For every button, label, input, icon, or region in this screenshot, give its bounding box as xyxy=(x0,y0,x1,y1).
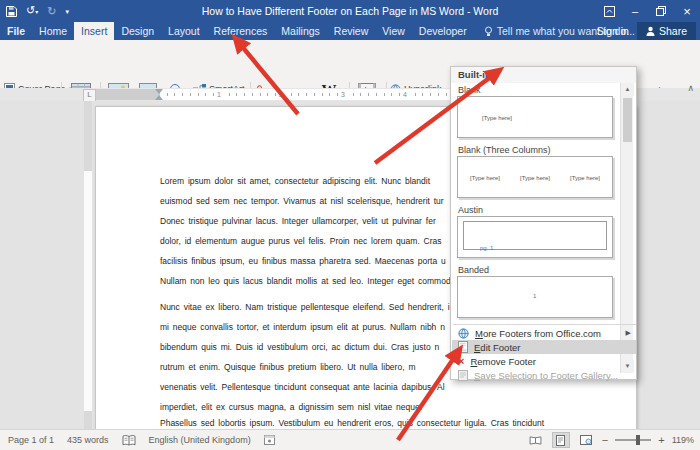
paragraph: Phasellus sed lobortis ipsum. Vestibulum… xyxy=(160,413,630,429)
tab-mailings[interactable]: Mailings xyxy=(274,22,327,40)
tab-layout[interactable]: Layout xyxy=(161,22,207,40)
tab-file[interactable]: File xyxy=(0,22,32,40)
window-title: How to Have Different Footer on Each Pag… xyxy=(202,0,498,22)
read-mode-icon[interactable] xyxy=(527,432,545,448)
menu-item-more-footers[interactable]: More Footers from Office.com ▶ xyxy=(452,326,636,340)
ribbon-display-options-icon[interactable] xyxy=(596,0,622,22)
footer-style-label-austin: Austin xyxy=(458,204,483,216)
hanging-indent-marker[interactable] xyxy=(155,95,163,100)
web-layout-icon[interactable] xyxy=(577,432,595,448)
office-globe-icon xyxy=(458,328,469,339)
save-icon[interactable] xyxy=(6,6,17,17)
sign-in-button[interactable]: Sign in xyxy=(597,22,629,40)
scroll-up-icon[interactable]: ▲ xyxy=(621,83,634,96)
language-status[interactable]: English (United Kingdom) xyxy=(149,435,251,445)
scrollbar-thumb[interactable] xyxy=(623,98,632,142)
proofing-book-icon[interactable] xyxy=(122,435,136,446)
tab-developer[interactable]: Developer xyxy=(412,22,474,40)
ribbon-tabs: File Home Insert Design Layout Reference… xyxy=(0,22,700,40)
ruler-number: 1 xyxy=(215,90,223,99)
word-count[interactable]: 435 words xyxy=(67,435,109,445)
footer-style-blank[interactable]: [Type here] xyxy=(457,96,613,138)
ruler-number: 3 xyxy=(339,90,347,99)
footer-dropdown-menu: Built-in Blank [Type here] Blank (Three … xyxy=(450,66,637,380)
redo-icon[interactable]: ↻ xyxy=(47,6,56,17)
footer-style-austin[interactable]: pg. 1 xyxy=(457,216,613,258)
share-button[interactable]: Share xyxy=(637,22,696,40)
footer-gallery-header: Built-in xyxy=(451,67,636,83)
menu-item-edit-footer[interactable]: Edit Footer xyxy=(452,340,636,354)
zoom-out-icon[interactable]: − xyxy=(602,434,608,446)
first-line-indent-marker[interactable] xyxy=(155,89,163,94)
footer-style-label-blank-three: Blank (Three Columns) xyxy=(458,144,551,156)
zoom-in-icon[interactable]: + xyxy=(658,434,664,446)
vertical-ruler[interactable] xyxy=(84,101,92,429)
tab-design[interactable]: Design xyxy=(114,22,161,40)
menu-item-save-selection[interactable]: Save Selection to Footer Gallery... xyxy=(452,368,636,382)
zoom-slider[interactable] xyxy=(615,439,651,441)
footer-style-banded[interactable]: 1 xyxy=(457,276,613,318)
tab-insert[interactable]: Insert xyxy=(74,22,114,40)
person-icon xyxy=(646,26,655,36)
submenu-arrow-icon: ▶ xyxy=(626,329,631,337)
footer-style-label-banded: Banded xyxy=(458,264,489,276)
lightbulb-icon xyxy=(484,26,493,37)
undo-icon[interactable]: ↺▾ xyxy=(26,5,38,18)
tab-view[interactable]: View xyxy=(375,22,412,40)
remove-footer-icon: × xyxy=(458,356,464,367)
customize-qat-icon[interactable]: ▾ xyxy=(65,6,69,17)
minimize-button[interactable]: – xyxy=(622,0,648,22)
save-gallery-icon xyxy=(458,370,468,381)
edit-footer-icon xyxy=(458,341,468,353)
ruler-number: 2 xyxy=(277,90,285,99)
quick-access-toolbar: ↺▾ ↻ ▾ xyxy=(6,0,69,22)
tab-references[interactable]: References xyxy=(207,22,275,40)
footer-style-blank-three-columns[interactable]: [Type here] [Type here] [Type here] xyxy=(457,156,613,198)
menu-item-remove-footer[interactable]: × Remove Footer xyxy=(452,354,636,368)
word-window: ↺▾ ↻ ▾ How to Have Different Footer on E… xyxy=(0,0,700,450)
page-count[interactable]: Page 1 of 1 xyxy=(8,435,54,445)
restore-button[interactable] xyxy=(648,0,674,22)
footer-style-label-blank: Blank xyxy=(458,84,481,96)
account-area: Sign in Share xyxy=(597,22,696,40)
zoom-slider-thumb[interactable] xyxy=(636,435,640,445)
print-layout-icon[interactable] xyxy=(552,432,570,448)
collapse-ribbon-icon[interactable]: ∧ xyxy=(687,84,694,93)
status-bar: Page 1 of 1 435 words English (United Ki… xyxy=(0,429,700,450)
tab-review[interactable]: Review xyxy=(327,22,375,40)
tab-home[interactable]: Home xyxy=(32,22,74,40)
ruler-number: 4 xyxy=(401,90,409,99)
close-button[interactable]: × xyxy=(674,0,700,22)
macro-icon[interactable] xyxy=(264,435,275,445)
zoom-level[interactable]: 119% xyxy=(672,435,694,445)
window-controls: – × xyxy=(596,0,700,22)
title-bar: ↺▾ ↻ ▾ How to Have Different Footer on E… xyxy=(0,0,700,22)
